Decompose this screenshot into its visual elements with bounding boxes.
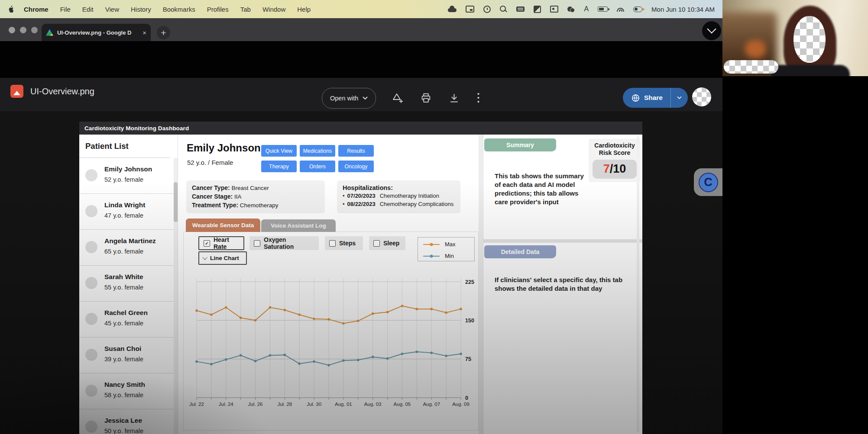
participant-webcam[interactable] xyxy=(722,0,868,76)
menu-item-bookmarks[interactable]: Bookmarks xyxy=(163,6,195,13)
legend-line-swatch xyxy=(423,256,440,257)
legend-item-min: Min xyxy=(423,253,469,259)
patient-row[interactable]: Nancy Smith58 y.o. female xyxy=(79,373,174,409)
menu-item-help[interactable]: Help xyxy=(297,6,311,13)
menu-clock[interactable]: Mon Jun 10 10:34 AM xyxy=(651,6,715,13)
image-file-icon xyxy=(10,85,23,98)
tab-close-icon[interactable]: × xyxy=(143,29,146,36)
control-center-icon[interactable] xyxy=(633,6,642,12)
menu-item-view[interactable]: View xyxy=(105,6,119,13)
screenshot-status-icon[interactable] xyxy=(550,6,558,13)
chat-status-icon[interactable] xyxy=(567,6,573,12)
risk-score-value: 7/10 xyxy=(593,160,637,179)
patient-list-scrollbar[interactable] xyxy=(174,158,178,434)
header-actions xyxy=(392,88,480,108)
screen-mirroring-icon[interactable] xyxy=(466,6,474,13)
patient-row[interactable]: Jessica Lee50 y.o. female xyxy=(79,409,174,434)
download-icon[interactable] xyxy=(449,93,460,103)
add-to-drive-icon[interactable] xyxy=(392,92,403,103)
window-close-button[interactable] xyxy=(9,27,15,33)
hospitalization-event: •07/20/2023Chemotherapy Initiation xyxy=(343,193,455,199)
therapy-button[interactable]: Therapy xyxy=(261,161,297,172)
hospitalizations-box: Hospitalizations: •07/20/2023Chemotherap… xyxy=(337,180,460,213)
patient-row[interactable]: Angela Martinez65 y.o. female xyxy=(79,230,174,266)
toggle-sleep[interactable]: Sleep xyxy=(369,236,405,250)
menu-item-window[interactable]: Window xyxy=(262,6,285,13)
wifi-icon[interactable] xyxy=(617,8,624,12)
browser-tab[interactable]: UI-Overview.png - Google D × xyxy=(42,24,151,41)
checkbox-icon xyxy=(254,240,260,247)
patient-detail-line: Cancer Stage: IIA xyxy=(192,193,319,200)
patient-row[interactable]: Susan Choi39 y.o. female xyxy=(79,338,174,373)
spotlight-search-icon[interactable] xyxy=(500,6,506,12)
cancer-info-box: Cancer Type: Breast CancerCancer Stage: … xyxy=(186,180,325,213)
input-source-icon[interactable]: A xyxy=(584,5,589,13)
patient-action-buttons: Quick ViewMedicationsResultsTherapyOrder… xyxy=(261,145,374,172)
toggle-oxygen-saturation[interactable]: Oxygen Saturation xyxy=(249,236,319,250)
patient-row[interactable]: Emily Johnson52 y.o. female xyxy=(79,158,174,194)
window-minimize-button[interactable] xyxy=(20,27,26,33)
share-dropdown-caret[interactable] xyxy=(671,88,688,108)
display-status-icon[interactable] xyxy=(534,6,541,13)
menu-item-history[interactable]: History xyxy=(131,6,151,13)
patient-row[interactable]: Sarah White55 y.o. female xyxy=(79,266,174,302)
menu-item-chrome[interactable]: Chrome xyxy=(24,6,49,13)
tab-detailed-data[interactable]: Detailed Data xyxy=(484,245,556,258)
c-logo-icon: C xyxy=(699,173,718,192)
patient-row-name: Rachel Green xyxy=(104,309,148,317)
toggle-steps[interactable]: Steps xyxy=(325,236,363,250)
menu-item-edit[interactable]: Edit xyxy=(82,6,94,13)
svg-text:Jul. 28: Jul. 28 xyxy=(277,402,292,407)
chevron-down-icon xyxy=(363,96,368,100)
battery-icon[interactable] xyxy=(598,6,608,12)
patient-avatar xyxy=(85,241,97,253)
chart-type-select[interactable]: Line Chart xyxy=(198,251,247,265)
window-zoom-button[interactable] xyxy=(31,27,38,33)
menu-item-profiles[interactable]: Profiles xyxy=(207,6,229,13)
patient-list-panel: Patient List Emily Johnson52 y.o. female… xyxy=(79,135,178,434)
patient-list-heading: Patient List xyxy=(85,141,129,151)
legend-label: Max xyxy=(445,241,456,248)
toggle-heart-rate[interactable]: ✓Heart Rate xyxy=(198,236,244,250)
tab-voice-assistant-log[interactable]: Voice Assistant Log xyxy=(261,219,336,232)
hospitalizations-heading: Hospitalizations: xyxy=(343,184,455,191)
menu-item-file[interactable]: File xyxy=(60,6,71,13)
patient-row-name: Linda Wright xyxy=(104,201,145,209)
risk-score-number: 7 xyxy=(603,162,610,176)
patient-name: Emily Johnson xyxy=(187,142,261,154)
patient-row-name: Susan Choi xyxy=(104,345,141,353)
patient-row[interactable]: Rachel Green45 y.o. female xyxy=(79,302,174,338)
summary-annotation: This tab shows the summary of each data … xyxy=(495,172,586,206)
collapse-chevron-button[interactable] xyxy=(702,21,721,40)
patient-row-name: Sarah White xyxy=(104,273,143,281)
patient-row[interactable]: Linda Wright47 y.o. female xyxy=(79,194,174,230)
share-button[interactable]: Share xyxy=(623,88,688,108)
keyboard-status-icon[interactable] xyxy=(516,6,525,12)
svg-text:75: 75 xyxy=(465,356,471,362)
patient-avatar xyxy=(85,277,97,289)
new-tab-button[interactable]: + xyxy=(157,26,170,39)
orders-button[interactable]: Orders xyxy=(300,161,335,172)
annotation-panel: Summary Cardiotoxicity Risk Score 7/10 T… xyxy=(483,135,642,434)
patient-list: Emily Johnson52 y.o. femaleLinda Wright4… xyxy=(79,158,174,434)
open-with-button[interactable]: Open with xyxy=(322,88,376,109)
svg-text:Aug. 09: Aug. 09 xyxy=(452,402,470,407)
timer-status-icon[interactable] xyxy=(483,6,491,13)
companion-app-button[interactable]: C xyxy=(694,168,722,196)
apple-menu-icon[interactable] xyxy=(8,5,14,13)
print-icon[interactable] xyxy=(421,93,431,103)
tab-wearable-sensor-data[interactable]: Wearable Sensor Data xyxy=(186,219,260,232)
account-avatar[interactable] xyxy=(692,87,711,106)
tab-summary[interactable]: Summary xyxy=(484,138,556,151)
svg-text:Jul. 24: Jul. 24 xyxy=(219,402,233,407)
icloud-status-icon[interactable] xyxy=(448,8,457,12)
more-options-icon[interactable] xyxy=(477,92,480,103)
oncology-button[interactable]: Oncology xyxy=(338,161,374,172)
quick-view-button[interactable]: Quick View xyxy=(261,145,297,157)
hospitalization-event: •08/22/2023Chemotherapy Complications xyxy=(343,201,455,207)
menu-item-tab[interactable]: Tab xyxy=(240,6,251,13)
annotation-scrollbar[interactable] xyxy=(637,136,639,432)
results-button[interactable]: Results xyxy=(338,145,374,157)
medications-button[interactable]: Medications xyxy=(300,145,335,157)
patient-avatar xyxy=(85,385,97,397)
